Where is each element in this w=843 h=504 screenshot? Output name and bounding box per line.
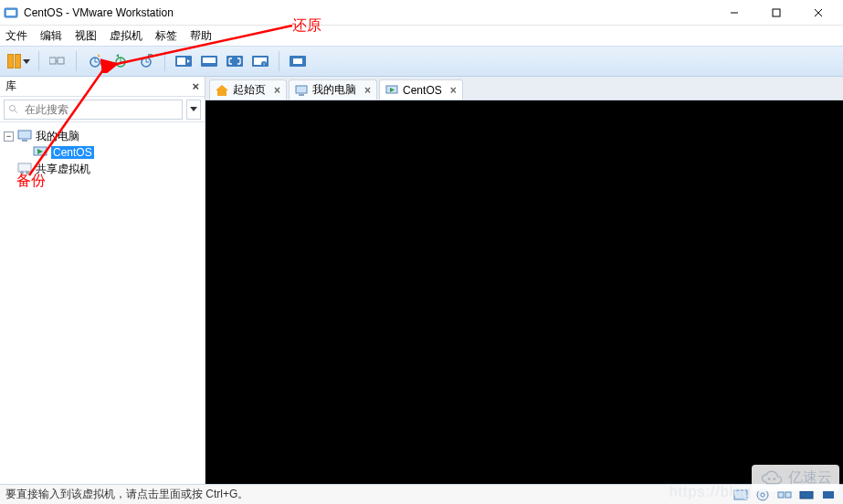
library-close-button[interactable]: × (192, 79, 199, 93)
power-button[interactable] (5, 50, 31, 72)
toolbar: i (0, 46, 843, 77)
svg-rect-27 (293, 58, 302, 64)
tab-bar: 起始页 × 我的电脑 × CentOS × (205, 77, 843, 100)
unity-button[interactable]: i (249, 50, 271, 72)
status-text: 要直接输入到该虚拟机，请点击里面或按 Ctrl+G。 (5, 487, 732, 502)
send-ctrl-alt-del-button[interactable] (47, 50, 68, 72)
device-disk-icon[interactable] (732, 488, 750, 502)
watermark: 亿速云 (752, 465, 839, 491)
svg-rect-43 (734, 490, 747, 499)
title-bar: CentOS - VMware Workstation (0, 0, 843, 26)
watermark-text: 亿速云 (788, 468, 832, 488)
vm-icon (385, 85, 398, 96)
library-search-dropdown[interactable] (186, 100, 201, 120)
app-icon (4, 5, 18, 20)
svg-rect-39 (296, 86, 307, 93)
library-search-row (0, 97, 205, 122)
svg-marker-10 (98, 54, 100, 57)
tab-home[interactable]: 起始页 × (209, 79, 287, 100)
svg-line-29 (15, 110, 17, 112)
menu-vm[interactable]: 虚拟机 (110, 28, 142, 44)
maximize-button[interactable] (755, 0, 797, 26)
tree-shared-vms[interactable]: 共享虚拟机 (17, 161, 201, 177)
svg-marker-30 (190, 107, 197, 111)
svg-marker-38 (216, 85, 228, 96)
menu-file[interactable]: 文件 (5, 28, 27, 44)
svg-rect-16 (177, 58, 185, 65)
tree-my-computer[interactable]: − 我的电脑 (4, 128, 201, 144)
search-icon (8, 104, 19, 115)
svg-rect-46 (778, 492, 784, 498)
home-icon (216, 85, 228, 96)
vm-icon (33, 146, 47, 159)
shared-icon (17, 163, 32, 175)
svg-rect-3 (773, 9, 780, 16)
svg-rect-47 (785, 492, 791, 498)
menu-bar: 文件 编辑 视图 虚拟机 标签 帮助 (0, 26, 843, 46)
stretch-guest-button[interactable] (287, 50, 309, 72)
svg-rect-7 (58, 58, 64, 64)
svg-rect-31 (18, 131, 31, 139)
library-panel: 库 × − 我的电脑 CentOS 共享虚拟机 (0, 77, 205, 484)
tab-my-computer[interactable]: 我的电脑 × (289, 79, 377, 100)
svg-point-45 (761, 493, 764, 497)
toolbar-separator (38, 51, 39, 71)
svg-rect-32 (22, 140, 27, 142)
collapse-icon[interactable]: − (4, 131, 14, 142)
tree-label-centos: CentOS (51, 146, 94, 159)
svg-rect-14 (148, 54, 153, 58)
menu-tabs[interactable]: 标签 (155, 28, 177, 44)
svg-point-54 (768, 478, 771, 480)
menu-edit[interactable]: 编辑 (40, 28, 62, 44)
library-tree[interactable]: − 我的电脑 CentOS 共享虚拟机 (0, 122, 205, 484)
body: 库 × − 我的电脑 CentOS 共享虚拟机 (0, 77, 843, 484)
svg-rect-49 (823, 491, 834, 499)
svg-point-55 (773, 478, 775, 480)
tab-close-button[interactable]: × (274, 84, 280, 97)
tab-home-label: 起始页 (233, 82, 266, 98)
dropdown-arrow-icon (23, 59, 30, 64)
toolbar-separator (76, 51, 77, 71)
snapshot-manage-button[interactable] (135, 50, 157, 72)
svg-point-37 (26, 171, 29, 174)
svg-marker-12 (116, 54, 119, 58)
window-title: CentOS - VMware Workstation (24, 6, 174, 19)
status-bar: 要直接输入到该虚拟机，请点击里面或按 Ctrl+G。 (0, 484, 843, 504)
menu-view[interactable]: 视图 (75, 28, 97, 44)
computer-icon (295, 85, 308, 96)
library-search-box[interactable] (4, 100, 183, 120)
tab-my-computer-label: 我的电脑 (312, 82, 356, 98)
minimize-button[interactable] (713, 0, 755, 26)
library-title: 库 (5, 79, 192, 94)
svg-point-28 (10, 105, 16, 110)
fullscreen-button[interactable] (224, 50, 246, 72)
snapshot-revert-button[interactable] (110, 50, 132, 72)
snapshot-take-button[interactable] (84, 50, 106, 72)
tab-centos[interactable]: CentOS × (379, 79, 463, 100)
tab-centos-label: CentOS (403, 84, 442, 97)
computer-icon (17, 130, 32, 142)
vm-console[interactable] (205, 100, 843, 484)
svg-rect-20 (203, 63, 216, 65)
show-console-button[interactable] (173, 50, 195, 72)
svg-point-36 (20, 171, 24, 174)
svg-rect-40 (299, 94, 304, 96)
svg-rect-35 (18, 163, 31, 172)
show-thumbnail-button[interactable] (198, 50, 220, 72)
library-search-input[interactable] (23, 102, 178, 117)
library-header: 库 × (0, 77, 205, 97)
svg-rect-48 (800, 491, 813, 499)
main-area: 起始页 × 我的电脑 × CentOS × (205, 77, 843, 484)
tab-close-button[interactable]: × (450, 84, 457, 97)
close-window-button[interactable] (797, 0, 839, 26)
toolbar-separator (164, 51, 165, 71)
svg-text:i: i (263, 61, 264, 67)
toolbar-separator (279, 51, 279, 71)
cloud-icon (759, 470, 785, 487)
tree-centos[interactable]: CentOS (33, 144, 201, 161)
tree-label-my-computer: 我的电脑 (36, 129, 79, 144)
tab-close-button[interactable]: × (364, 84, 371, 97)
menu-help[interactable]: 帮助 (190, 28, 212, 44)
svg-rect-6 (49, 58, 56, 64)
tree-label-shared-vms: 共享虚拟机 (36, 162, 90, 177)
